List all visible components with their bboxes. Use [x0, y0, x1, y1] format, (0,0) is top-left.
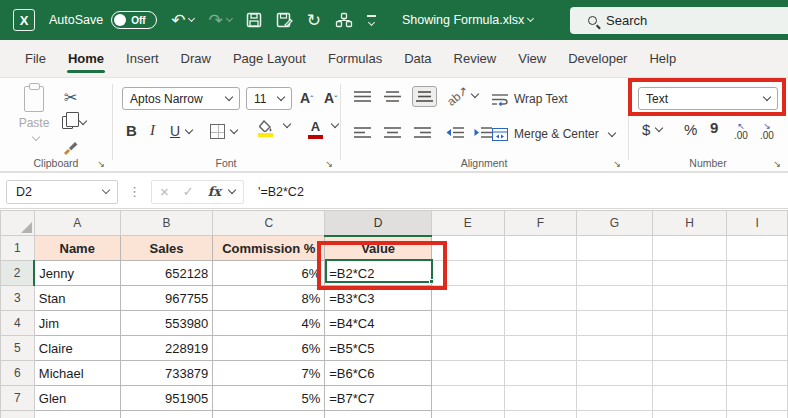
- tab-draw[interactable]: Draw: [170, 42, 222, 75]
- cell-I1[interactable]: [727, 236, 788, 261]
- row-header-7[interactable]: 7: [1, 386, 35, 411]
- insert-function-button[interactable]: fx: [208, 184, 221, 199]
- cell-G6[interactable]: [577, 361, 653, 386]
- cell-F4[interactable]: [504, 311, 577, 336]
- alignment-dialog-launcher-icon[interactable]: ↘: [613, 159, 621, 169]
- font-color-dropdown[interactable]: [328, 124, 338, 127]
- currency-format-button[interactable]: $: [642, 121, 662, 138]
- save-as-icon[interactable]: [276, 12, 293, 28]
- middle-align-button[interactable]: [384, 90, 401, 103]
- save-icon[interactable]: [246, 12, 262, 28]
- tab-data[interactable]: Data: [393, 42, 442, 75]
- paste-button[interactable]: Paste: [12, 86, 56, 160]
- formula-bar-grip-icon[interactable]: ⋮: [128, 184, 141, 199]
- cell-F1[interactable]: [504, 236, 577, 261]
- cell-C3[interactable]: 8%: [213, 286, 325, 311]
- search-box[interactable]: Search: [570, 7, 788, 34]
- cell-H8[interactable]: [652, 411, 727, 418]
- number-dialog-launcher-icon[interactable]: ↘: [773, 159, 781, 169]
- col-header-c[interactable]: C: [213, 211, 325, 236]
- decrease-decimal-button[interactable]: ↘.00: [760, 122, 774, 140]
- cell-H1[interactable]: [652, 236, 727, 261]
- align-right-button[interactable]: [414, 126, 431, 139]
- underline-button[interactable]: U: [170, 123, 192, 139]
- cell-B7[interactable]: 951905: [120, 386, 213, 411]
- cell-G1[interactable]: [577, 236, 653, 261]
- cell-I4[interactable]: [727, 311, 788, 336]
- cell-B5[interactable]: 228919: [120, 336, 213, 361]
- cell-B3[interactable]: 967755: [120, 286, 213, 311]
- tab-view[interactable]: View: [507, 42, 557, 75]
- increase-decimal-button[interactable]: ↖.00: [734, 122, 748, 140]
- row-header-6[interactable]: 6: [1, 361, 35, 386]
- redo-button[interactable]: ↷: [208, 10, 231, 31]
- cell-B8[interactable]: 883737: [120, 411, 213, 418]
- tab-help[interactable]: Help: [638, 42, 687, 75]
- cell-E8[interactable]: [431, 411, 504, 418]
- font-color-button[interactable]: A: [308, 119, 323, 139]
- font-dialog-launcher-icon[interactable]: ↘: [325, 159, 333, 169]
- decrease-indent-button[interactable]: [446, 126, 464, 139]
- cell-B1[interactable]: Sales: [120, 236, 213, 261]
- enter-button[interactable]: ✓: [183, 184, 194, 199]
- cell-I3[interactable]: [727, 286, 788, 311]
- center-button[interactable]: [384, 126, 401, 139]
- align-left-button[interactable]: [354, 126, 371, 139]
- col-header-b[interactable]: B: [120, 211, 213, 236]
- cell-I8[interactable]: [727, 411, 788, 418]
- cell-E5[interactable]: [431, 336, 504, 361]
- shrink-font-button[interactable]: Aˇ: [324, 90, 337, 106]
- col-header-f[interactable]: F: [504, 211, 577, 236]
- cell-C7[interactable]: 5%: [213, 386, 325, 411]
- cell-I7[interactable]: [727, 386, 788, 411]
- cell-A1[interactable]: Name: [34, 236, 120, 261]
- cell-B6[interactable]: 733879: [120, 361, 213, 386]
- tab-home[interactable]: Home: [57, 42, 115, 75]
- document-title[interactable]: Showing Formula.xlsx: [402, 13, 524, 27]
- document-title-chevron-icon[interactable]: [527, 15, 534, 22]
- row-header-2[interactable]: 2: [1, 261, 35, 286]
- row-header-1[interactable]: 1: [1, 236, 35, 261]
- fill-color-button[interactable]: [258, 120, 273, 137]
- row-header-8[interactable]: 8: [1, 411, 35, 418]
- cell-G4[interactable]: [577, 311, 653, 336]
- row-header-5[interactable]: 5: [1, 336, 35, 361]
- cell-I2[interactable]: [727, 261, 788, 286]
- col-header-d[interactable]: D: [325, 211, 432, 236]
- cell-D8[interactable]: =B8*C8: [325, 411, 432, 418]
- format-painter-button[interactable]: [62, 140, 78, 155]
- tab-formulas[interactable]: Formulas: [317, 42, 393, 75]
- formula-input[interactable]: '=B2*C2: [258, 185, 304, 199]
- font-name-combo[interactable]: Aptos Narrow: [122, 87, 240, 110]
- cell-G2[interactable]: [577, 261, 653, 286]
- cell-A6[interactable]: Michael: [34, 361, 120, 386]
- col-header-e[interactable]: E: [431, 211, 504, 236]
- cell-C1[interactable]: Commission %: [213, 236, 325, 261]
- cell-A5[interactable]: Claire: [34, 336, 120, 361]
- row-header-4[interactable]: 4: [1, 311, 35, 336]
- col-header-g[interactable]: G: [577, 211, 653, 236]
- bottom-align-button[interactable]: [412, 86, 437, 107]
- share-people-icon[interactable]: [335, 12, 353, 28]
- cell-G3[interactable]: [577, 286, 653, 311]
- increase-indent-button[interactable]: [474, 126, 492, 139]
- percent-style-button[interactable]: %: [684, 121, 697, 138]
- fill-color-dropdown[interactable]: [280, 124, 290, 127]
- tab-page-layout[interactable]: Page Layout: [222, 42, 317, 75]
- cell-F5[interactable]: [504, 336, 577, 361]
- tab-developer[interactable]: Developer: [557, 42, 638, 75]
- font-size-combo[interactable]: 11: [246, 87, 292, 110]
- cell-I5[interactable]: [727, 336, 788, 361]
- row-header-3[interactable]: 3: [1, 286, 35, 311]
- cell-F6[interactable]: [504, 361, 577, 386]
- cell-B2[interactable]: 652128: [120, 261, 213, 286]
- cell-C6[interactable]: 7%: [213, 361, 325, 386]
- orientation-dropdown[interactable]: [468, 94, 478, 97]
- grow-font-button[interactable]: Aˆ: [300, 90, 313, 106]
- cell-A4[interactable]: Jim: [34, 311, 120, 336]
- cell-C4[interactable]: 4%: [213, 311, 325, 336]
- cell-H7[interactable]: [652, 386, 727, 411]
- cell-F3[interactable]: [504, 286, 577, 311]
- tab-insert[interactable]: Insert: [115, 42, 170, 75]
- name-box[interactable]: D2: [6, 180, 118, 204]
